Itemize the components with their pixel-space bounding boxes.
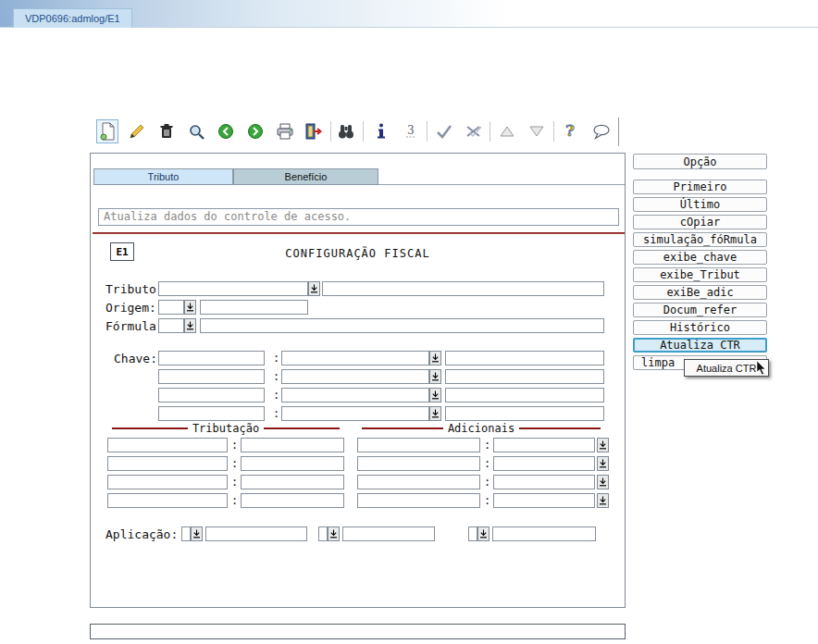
aplicacao-desc-field-1[interactable] <box>205 526 307 541</box>
find-binoculars-icon[interactable] <box>335 119 357 143</box>
chave-desc-field-3[interactable] <box>445 388 604 402</box>
toolbar-separator <box>490 121 490 142</box>
tributacao-code-field-2[interactable] <box>107 456 228 471</box>
adicionais-value-field-1[interactable] <box>493 438 595 452</box>
info-icon[interactable] <box>370 119 392 143</box>
colon-separator: : <box>484 439 490 452</box>
aplicacao-code-field-1[interactable] <box>181 526 191 541</box>
adicionais-code-field-1[interactable] <box>357 438 480 452</box>
chave-key-field-2[interactable] <box>158 369 265 384</box>
chave-code-field-3[interactable] <box>281 388 429 402</box>
sidebar-button-docum-refer[interactable]: Docum_refer <box>633 303 767 317</box>
tributo-code-field[interactable] <box>158 281 308 296</box>
dropdown-button[interactable] <box>184 318 196 333</box>
aplicacao-desc-field-3[interactable] <box>492 526 596 541</box>
formula-desc-field[interactable] <box>200 318 604 333</box>
dropdown-button[interactable] <box>429 351 441 365</box>
dropdown-button[interactable] <box>308 281 320 296</box>
dropdown-button[interactable] <box>184 300 196 315</box>
tab-beneficio[interactable]: Benefício <box>233 168 378 185</box>
aplicacao-code-field-3[interactable] <box>468 526 477 541</box>
dropdown-button[interactable] <box>429 406 441 421</box>
adicionais-value-field-4[interactable] <box>493 493 595 508</box>
toolbar-separator <box>427 121 428 142</box>
chave-key-field-1[interactable] <box>158 351 265 365</box>
tributacao-code-field-3[interactable] <box>107 475 228 489</box>
sidebar-header-opcao[interactable]: Opção <box>633 154 767 169</box>
dropdown-button[interactable] <box>429 369 441 384</box>
tributacao-value-field-1[interactable] <box>241 438 344 452</box>
dropdown-button[interactable] <box>191 526 203 541</box>
sidebar-button-ultimo[interactable]: Último <box>633 197 767 212</box>
colon-separator: : <box>273 407 279 420</box>
tributo-desc-field[interactable] <box>322 281 604 296</box>
section-tributacao: Tributação <box>107 421 344 435</box>
adicionais-code-field-2[interactable] <box>357 456 480 471</box>
aplicacao-code-field-2[interactable] <box>318 526 328 541</box>
sequence-icon[interactable]: 3 <box>400 119 422 143</box>
move-down-icon[interactable] <box>526 119 548 143</box>
tributacao-value-field-3[interactable] <box>241 475 344 489</box>
section-tributacao-label: Tributação <box>192 422 259 435</box>
sidebar-button-historico[interactable]: Histórico <box>633 320 767 335</box>
chave-code-field-1[interactable] <box>281 351 429 365</box>
dropdown-button[interactable] <box>328 526 340 541</box>
origem-code-field[interactable] <box>158 300 184 315</box>
tributacao-value-field-4[interactable] <box>241 493 344 508</box>
aplicacao-desc-field-2[interactable] <box>342 526 435 541</box>
print-icon[interactable] <box>274 119 296 143</box>
tab-tributo[interactable]: Tributo <box>93 168 233 185</box>
sidebar-button-simulacao-formula[interactable]: simulação_fóRmula <box>633 232 767 247</box>
form-title: CONFIGURAÇÃO FISCAL <box>91 247 625 260</box>
sidebar-button-primeiro[interactable]: Primeiro <box>633 180 767 194</box>
dropdown-button[interactable] <box>597 475 609 489</box>
sidebar-button-exibe-chave[interactable]: exibe_chave <box>633 250 767 265</box>
chave-key-field-4[interactable] <box>158 406 265 421</box>
adicionais-value-field-2[interactable] <box>493 456 595 471</box>
formula-code-field[interactable] <box>158 318 184 333</box>
colon-separator: : <box>273 370 279 383</box>
sidebar-button-atualiza-ctr[interactable]: Atualiza CTR <box>633 338 767 353</box>
adicionais-value-field-3[interactable] <box>493 475 595 489</box>
dropdown-button[interactable] <box>597 456 609 471</box>
delete-icon[interactable] <box>155 119 178 143</box>
previous-record-icon[interactable] <box>215 119 237 143</box>
move-up-icon[interactable] <box>496 119 518 143</box>
search-icon[interactable] <box>185 119 207 143</box>
dropdown-button[interactable] <box>477 526 490 541</box>
chave-desc-field-4[interactable] <box>445 406 604 421</box>
tributacao-value-field-2[interactable] <box>241 456 344 471</box>
new-record-icon[interactable] <box>96 119 118 143</box>
sidebar-button-copiar[interactable]: cOpiar <box>633 215 767 229</box>
comment-icon[interactable] <box>590 119 613 143</box>
origem-desc-field[interactable] <box>200 300 308 315</box>
chave-key-field-3[interactable] <box>158 388 265 402</box>
colon-separator: : <box>231 494 238 507</box>
chave-desc-field-1[interactable] <box>445 351 604 365</box>
status-message-field: Atualiza dados do controle de acesso. <box>98 208 619 226</box>
svg-text:?: ? <box>565 122 575 140</box>
edit-icon[interactable] <box>126 119 148 143</box>
chave-desc-field-2[interactable] <box>445 369 604 384</box>
next-record-icon[interactable] <box>244 119 266 143</box>
cancel-icon[interactable] <box>463 119 485 143</box>
tributacao-code-field-4[interactable] <box>107 493 228 508</box>
confirm-icon[interactable] <box>433 119 455 143</box>
dropdown-button[interactable] <box>597 438 609 452</box>
session-tab[interactable]: VDP0696:admlog/E1 <box>13 8 132 28</box>
adicionais-code-field-3[interactable] <box>357 475 480 489</box>
chave-code-field-4[interactable] <box>281 406 429 421</box>
dropdown-button[interactable] <box>429 388 441 402</box>
tributacao-code-field-1[interactable] <box>107 438 228 452</box>
tab-strip-line <box>378 184 625 185</box>
toolbar-end-line <box>618 118 619 146</box>
help-icon[interactable]: ? <box>559 119 581 143</box>
adicionais-code-field-4[interactable] <box>357 493 480 508</box>
chave-code-field-2[interactable] <box>281 369 429 384</box>
exit-icon[interactable] <box>303 119 325 143</box>
section-adicionais-label: Adicionais <box>448 422 514 435</box>
sidebar-button-exibe-tribut[interactable]: exibe_Tribut <box>633 267 767 282</box>
tributo-label: Tributo: <box>105 282 164 296</box>
dropdown-button[interactable] <box>597 493 609 508</box>
sidebar-button-exibe-adic[interactable]: exiBe_adic <box>633 285 767 300</box>
